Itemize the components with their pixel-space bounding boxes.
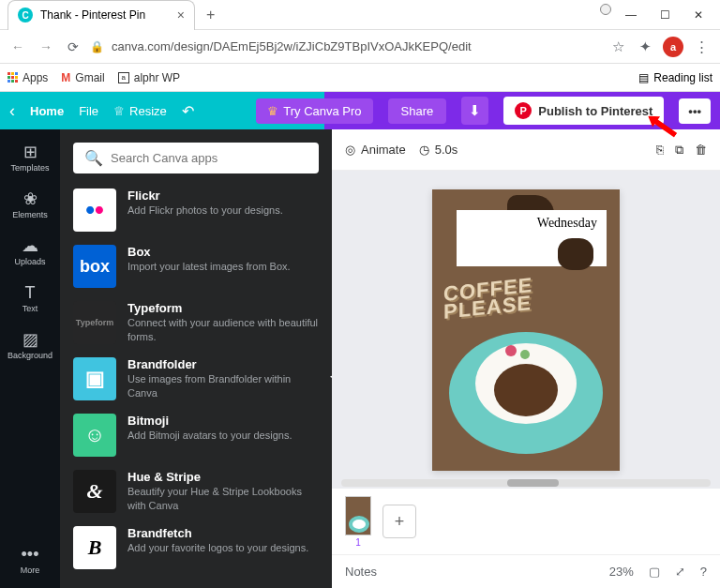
- duration-button[interactable]: ◷5.0s: [419, 143, 458, 157]
- resize-button[interactable]: ♕Resize: [113, 104, 167, 118]
- app-brandfetch[interactable]: BBrandfetchAdd your favorite logos to yo…: [73, 522, 319, 573]
- apps-grid-icon: [8, 72, 18, 83]
- browser-titlebar: C Thank - Pinterest Pin × + — ☐ ✕: [0, 0, 720, 30]
- home-button[interactable]: Home: [30, 104, 64, 118]
- bitmoji-icon: ☺: [73, 414, 116, 457]
- canva-header: ‹ Home File ♕Resize ↶ ♛Try Canva Pro Sha…: [0, 92, 720, 129]
- extension-icon[interactable]: ✦: [636, 35, 655, 59]
- app-hue-stripe[interactable]: &Hue & StripeBeautify your Hue & Stripe …: [73, 466, 319, 517]
- canvas-stage[interactable]: Wednesday COFFEEPLEASE: [332, 171, 720, 489]
- notes-button[interactable]: Notes: [345, 565, 377, 579]
- main-area: ⊞Templates ❀Elements ☁Uploads TText ▨Bac…: [0, 129, 720, 588]
- maximize-icon[interactable]: ☐: [651, 4, 679, 26]
- canvas-area: ◎Animate ◷5.0s ⎘ ⧉ 🗑 Wednesday COFFEEPLE…: [332, 129, 720, 588]
- url-text[interactable]: canva.com/design/DAEmEj5Bj2w/iZJiCbZ9TBp…: [112, 39, 601, 53]
- animate-icon: ◎: [345, 143, 355, 157]
- close-tab-icon[interactable]: ×: [177, 8, 185, 23]
- address-bar: ← → ⟳ 🔒 canva.com/design/DAEmEj5Bj2w/iZJ…: [0, 30, 720, 64]
- app-bitmoji[interactable]: ☺BitmojiAdd Bitmoji avatars to your desi…: [73, 410, 319, 460]
- chocolate-graphic: [558, 238, 593, 270]
- lock-icon[interactable]: 🔒: [90, 40, 104, 53]
- window-controls: — ☐ ✕: [600, 4, 720, 26]
- crown-icon: ♕: [113, 104, 125, 118]
- uploads-icon: ☁: [22, 236, 38, 255]
- try-pro-button[interactable]: ♛Try Canva Pro: [256, 98, 372, 124]
- duplicate-icon[interactable]: ⧉: [675, 143, 683, 158]
- hue-stripe-icon: &: [73, 470, 116, 513]
- download-icon[interactable]: ⬇: [461, 97, 488, 125]
- menu-icon[interactable]: ⋮: [691, 35, 712, 59]
- browser-tab[interactable]: C Thank - Pinterest Pin ×: [8, 0, 195, 30]
- star-icon[interactable]: ☆: [608, 35, 628, 59]
- horizontal-scrollbar[interactable]: [341, 479, 711, 487]
- app-list: ••FlickrAdd Flickr photos to your design…: [73, 185, 319, 575]
- help-icon[interactable]: ?: [700, 565, 707, 579]
- reading-list-button[interactable]: ▤ Reading list: [638, 71, 712, 84]
- background-icon: ▨: [22, 330, 38, 349]
- reload-icon[interactable]: ⟳: [64, 36, 82, 58]
- more-icon: •••: [22, 545, 39, 564]
- trash-icon[interactable]: 🗑: [695, 143, 707, 157]
- flickr-icon: ••: [73, 188, 116, 232]
- search-icon: 🔍: [84, 149, 103, 167]
- alphr-icon: a: [118, 72, 129, 83]
- animate-button[interactable]: ◎Animate: [345, 143, 406, 157]
- back-icon[interactable]: ←: [8, 36, 28, 58]
- page-thumb-1[interactable]: 1: [345, 496, 371, 548]
- scroll-thumb[interactable]: [507, 479, 559, 487]
- brandfolder-icon: ▣: [73, 357, 116, 400]
- box-icon: box: [73, 245, 116, 288]
- nav-more[interactable]: •••More: [0, 539, 60, 580]
- fullscreen-icon[interactable]: ⤢: [675, 565, 685, 579]
- zoom-level[interactable]: 23%: [609, 565, 634, 579]
- coffee-text: COFFEEPLEASE: [443, 276, 532, 320]
- alphr-bookmark[interactable]: a alphr WP: [118, 71, 180, 84]
- app-box[interactable]: boxBoxImport your latest images from Box…: [73, 241, 319, 292]
- apps-bookmark[interactable]: Apps: [8, 71, 48, 84]
- forward-icon[interactable]: →: [36, 36, 56, 58]
- app-typeform[interactable]: TypeformTypeformConnect with your audien…: [73, 297, 319, 348]
- copy-icon[interactable]: ⎘: [656, 143, 664, 157]
- more-button[interactable]: •••: [679, 98, 711, 124]
- canva-favicon: C: [18, 8, 33, 23]
- search-box[interactable]: 🔍: [73, 143, 319, 173]
- add-page-button[interactable]: +: [382, 505, 416, 538]
- text-icon: T: [25, 283, 36, 302]
- new-tab-button[interactable]: +: [202, 3, 218, 27]
- side-nav: ⊞Templates ❀Elements ☁Uploads TText ▨Bac…: [0, 129, 60, 588]
- window-dot-icon[interactable]: [600, 4, 611, 15]
- profile-avatar[interactable]: a: [663, 37, 683, 57]
- typeform-icon: Typeform: [73, 301, 116, 344]
- back-arrow-icon[interactable]: ‹: [9, 101, 15, 121]
- coffee-graphic: [494, 364, 558, 416]
- flower-graphic: [503, 345, 541, 364]
- nav-templates[interactable]: ⊞Templates: [0, 137, 60, 178]
- thumb-preview: [345, 496, 371, 535]
- close-icon[interactable]: ✕: [684, 4, 712, 26]
- search-input[interactable]: [111, 151, 308, 165]
- nav-elements[interactable]: ❀Elements: [0, 184, 60, 225]
- templates-icon: ⊞: [23, 143, 38, 161]
- gmail-bookmark[interactable]: M Gmail: [61, 71, 104, 84]
- publish-pinterest-button[interactable]: P Publish to Pinterest: [503, 97, 664, 125]
- nav-background[interactable]: ▨Background: [0, 324, 60, 366]
- nav-text[interactable]: TText: [0, 278, 60, 319]
- canvas-toolbar: ◎Animate ◷5.0s ⎘ ⧉ 🗑: [332, 129, 720, 171]
- minimize-icon[interactable]: —: [617, 4, 645, 26]
- elements-icon: ❀: [23, 189, 38, 208]
- page-view-icon[interactable]: ▢: [649, 565, 660, 579]
- nav-uploads[interactable]: ☁Uploads: [0, 231, 60, 272]
- bottom-bar: Notes 23% ▢ ⤢ ?: [332, 554, 720, 588]
- design-preview[interactable]: Wednesday COFFEEPLEASE: [432, 189, 620, 471]
- undo-icon[interactable]: ↶: [182, 102, 194, 120]
- app-flickr[interactable]: ••FlickrAdd Flickr photos to your design…: [73, 185, 319, 235]
- app-brandfolder[interactable]: ▣BrandfolderUse images from Brandfolder …: [73, 354, 319, 404]
- share-button[interactable]: Share: [388, 98, 447, 124]
- page-thumbnails: 1 +: [332, 489, 720, 554]
- file-button[interactable]: File: [79, 104, 98, 118]
- reading-list-icon: ▤: [638, 71, 649, 84]
- gmail-icon: M: [61, 71, 70, 84]
- tab-title: Thank - Pinterest Pin: [40, 8, 145, 22]
- bookmark-bar: Apps M Gmail a alphr WP ▤ Reading list: [0, 64, 720, 92]
- clock-icon: ◷: [419, 143, 429, 157]
